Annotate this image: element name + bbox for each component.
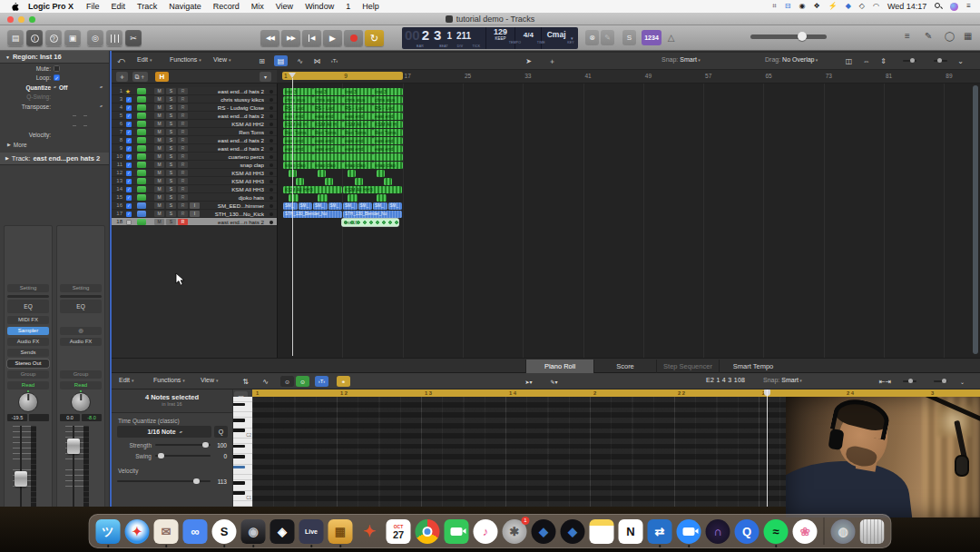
region[interactable]: east end <box>373 137 403 144</box>
mute-button[interactable]: M <box>154 186 164 192</box>
white-key[interactable] <box>233 449 252 455</box>
tracks-functions-menu[interactable]: Functions <box>170 56 201 63</box>
track-header-14[interactable]: 14✓MSRKSM All HH3 <box>112 185 277 193</box>
strip-slot-read[interactable]: Read <box>60 381 102 389</box>
gain-value[interactable] <box>29 414 49 421</box>
dock-ua-console[interactable]: ◆ <box>532 519 556 544</box>
strip-slot-audio-fx[interactable]: Audio FX <box>7 338 49 346</box>
mute-button[interactable]: M <box>154 153 164 160</box>
menu-track[interactable]: Track <box>137 2 157 11</box>
tab-smart-tempo[interactable]: Smart Tempo <box>719 360 787 373</box>
region[interactable]: east end <box>343 137 373 144</box>
quantize-value-dropdown[interactable]: 1/16 Note▴▾ <box>117 426 211 438</box>
menu-record[interactable]: Record <box>213 2 240 11</box>
loop-checkbox[interactable]: ✓ <box>54 74 60 81</box>
track-checkbox[interactable]: ✓ <box>126 113 132 119</box>
menu-help[interactable]: Help <box>362 2 379 11</box>
track-power-dot[interactable] <box>270 139 273 143</box>
toolbar-toggle-button[interactable]: ▣ <box>64 30 81 46</box>
region[interactable]: snap clap <box>283 162 313 169</box>
mute-button[interactable]: M <box>154 170 164 176</box>
region[interactable]: east end <box>373 113 403 120</box>
dock-quicktime[interactable]: Q <box>735 519 760 544</box>
white-key[interactable] <box>233 423 252 429</box>
black-key[interactable] <box>233 481 245 485</box>
menu-window[interactable]: Window <box>305 2 334 11</box>
spotlight-icon[interactable] <box>935 3 942 10</box>
track-header-9[interactable]: 9✓MSReast end...d hats 2 <box>112 144 277 153</box>
mute-button[interactable]: M <box>154 129 164 135</box>
track-power-dot[interactable] <box>270 188 273 192</box>
track-name[interactable]: RS - Ludwig Close <box>197 104 264 112</box>
track-header-11[interactable]: 11✓MSRsnap clap <box>112 161 277 169</box>
region[interactable]: RS - Lud <box>313 104 343 112</box>
mute-button[interactable]: M <box>154 202 164 209</box>
track-power-dot[interactable] <box>270 196 273 200</box>
record-enable-button[interactable]: R <box>178 104 188 111</box>
track-checkbox[interactable]: ✓ <box>126 130 132 135</box>
record-enable-button[interactable]: R <box>178 113 188 119</box>
volume-fader[interactable] <box>60 424 102 512</box>
region[interactable]: east end <box>343 113 373 120</box>
region[interactable]: SM_ <box>358 202 373 210</box>
collapse-mode-icon[interactable]: ⇅ <box>239 376 252 387</box>
region[interactable] <box>377 194 387 202</box>
mute-button[interactable]: M <box>154 88 164 94</box>
dock-safari[interactable]: ✦ <box>125 519 150 544</box>
dock-trash[interactable] <box>860 519 885 544</box>
pencil-mode-button[interactable]: ✎ <box>601 30 614 45</box>
quantize-param[interactable]: Quantize▴▾Off▴▾ <box>0 83 109 93</box>
editor-more-icon[interactable]: ⌄ <box>956 376 969 387</box>
inspector-toggle-button[interactable]: i <box>26 30 43 46</box>
solo-button[interactable]: S <box>166 170 176 176</box>
track-checkbox[interactable]: ✓ <box>126 212 132 217</box>
wifi-icon[interactable]: ◠ <box>873 0 879 13</box>
region[interactable] <box>384 178 392 185</box>
region[interactable]: STH_130_Blender_No <box>343 211 402 218</box>
mute-button[interactable]: M <box>154 219 164 225</box>
mute-button[interactable]: M <box>154 104 164 111</box>
dock-splice[interactable]: S <box>212 519 237 544</box>
dock-spotify[interactable]: ≈ <box>764 519 789 544</box>
white-key[interactable] <box>233 501 252 507</box>
more-disclosure[interactable]: ▶More <box>0 140 109 150</box>
menu-mix[interactable]: Mix <box>251 2 264 11</box>
piano-roll-playhead[interactable] <box>767 389 768 507</box>
lcd-display[interactable]: 00 2 BAR 3 BEAT 1 DIV 211 TICK 129 KEEP … <box>402 27 578 49</box>
region[interactable]: KSM All H <box>373 121 403 128</box>
track-checkbox[interactable]: ✓ <box>126 154 132 160</box>
dock-system-preferences[interactable]: ✱1 <box>503 519 527 544</box>
region[interactable]: Inst 16 <box>342 219 398 226</box>
dock-mail[interactable]: ✉ <box>154 519 179 544</box>
track-name[interactable]: east end...d hats 2 <box>197 144 264 153</box>
region[interactable]: SM_ <box>328 202 343 210</box>
region[interactable]: Ren Toms <box>313 129 343 136</box>
region[interactable]: RS - Lud <box>343 104 373 112</box>
menu-clock[interactable]: Wed 14:17 <box>887 2 926 11</box>
track-checkbox[interactable]: ✓ <box>126 138 132 143</box>
region[interactable]: Inst 3 <box>283 88 313 95</box>
track-name[interactable]: east end...d hats 2 <box>197 136 264 144</box>
automation-icon[interactable]: ∿ <box>293 55 307 66</box>
regions-view-button[interactable]: ▤ <box>274 55 288 66</box>
stop-button[interactable]: ◀ <box>302 30 321 46</box>
volume-value[interactable]: -19.5 <box>7 414 27 421</box>
record-enable-button[interactable]: R <box>178 96 188 103</box>
play-button[interactable]: ▶ <box>323 30 342 46</box>
track-name[interactable]: KSM All HH2 <box>197 120 264 128</box>
solo-button[interactable]: S <box>166 219 176 225</box>
mute-button[interactable]: M <box>154 113 164 119</box>
solo-mode-button[interactable]: S <box>622 30 636 45</box>
track-header-13[interactable]: 13✓MSRKSM All HH3 <box>112 177 277 185</box>
solo-button[interactable]: S <box>166 88 176 94</box>
black-key[interactable] <box>233 429 245 432</box>
pointer-tool-button[interactable]: ➤ <box>522 55 535 66</box>
mute-button[interactable]: M <box>154 137 164 143</box>
app-status-icon[interactable]: ⊟ <box>785 0 791 13</box>
note-pads-icon[interactable]: ✎ <box>925 31 932 41</box>
selected-key[interactable] <box>233 466 245 469</box>
region[interactable] <box>296 178 304 185</box>
region[interactable]: Ren Toms <box>373 129 403 136</box>
master-volume-slider[interactable] <box>750 34 827 39</box>
back-arrow-icon[interactable]: ⤺ <box>114 55 128 66</box>
